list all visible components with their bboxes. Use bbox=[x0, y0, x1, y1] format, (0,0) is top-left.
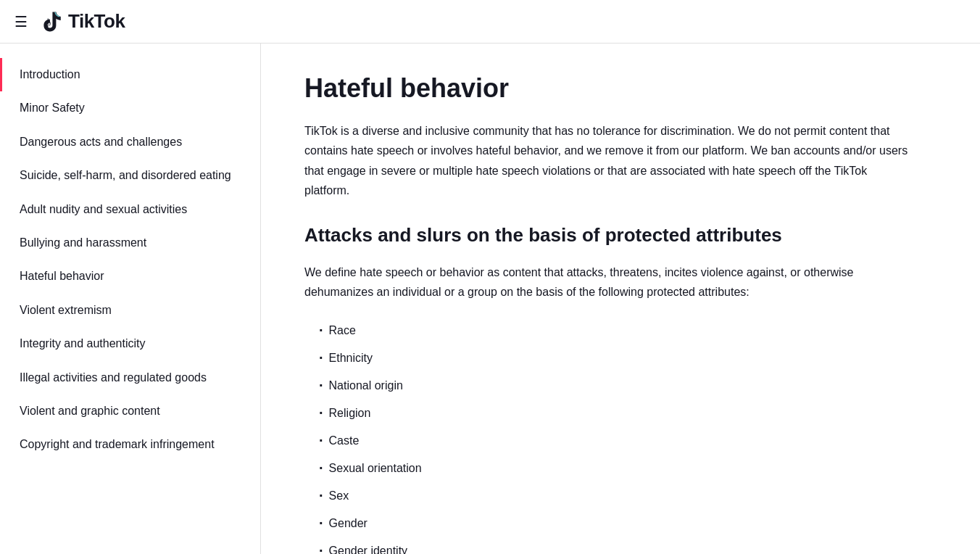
sidebar-item-dangerous-acts[interactable]: Dangerous acts and challenges bbox=[0, 125, 260, 159]
section1-title: Attacks and slurs on the basis of protec… bbox=[304, 223, 913, 248]
sidebar-item-bullying[interactable]: Bullying and harassment bbox=[0, 226, 260, 260]
protected-attributes-list: Race Ethnicity National origin Religion … bbox=[304, 316, 913, 554]
list-item: Caste bbox=[319, 426, 913, 454]
sidebar-item-violent-extremism[interactable]: Violent extremism bbox=[0, 294, 260, 327]
list-item: National origin bbox=[319, 371, 913, 399]
sidebar-nav: Introduction Minor Safety Dangerous acts… bbox=[0, 44, 261, 554]
sidebar-item-illegal-activities[interactable]: Illegal activities and regulated goods bbox=[0, 361, 260, 394]
page-layout: Introduction Minor Safety Dangerous acts… bbox=[0, 44, 980, 554]
list-item: Gender identity bbox=[319, 537, 913, 554]
sidebar-item-hateful-behavior[interactable]: Hateful behavior bbox=[0, 260, 260, 293]
section1-text: We define hate speech or behavior as con… bbox=[304, 262, 913, 302]
list-item: Race bbox=[319, 316, 913, 344]
sidebar-item-violent-graphic[interactable]: Violent and graphic content bbox=[0, 394, 260, 428]
list-item: Religion bbox=[319, 399, 913, 426]
tiktok-logo-icon: ♪ bbox=[39, 9, 64, 34]
list-item: Ethnicity bbox=[319, 344, 913, 371]
logo-text: TikTok bbox=[68, 10, 125, 33]
logo-link[interactable]: ♪ TikTok bbox=[39, 9, 125, 34]
list-item: Sexual orientation bbox=[319, 454, 913, 481]
header: ☰ ♪ TikTok bbox=[0, 0, 980, 44]
sidebar-item-copyright[interactable]: Copyright and trademark infringement bbox=[0, 428, 260, 461]
list-item: Sex bbox=[319, 481, 913, 509]
svg-text:♪: ♪ bbox=[43, 12, 52, 31]
list-item: Gender bbox=[319, 509, 913, 537]
sidebar-item-suicide-self-harm[interactable]: Suicide, self-harm, and disordered eatin… bbox=[0, 159, 260, 192]
hamburger-icon[interactable]: ☰ bbox=[14, 13, 28, 30]
sidebar-item-adult-nudity[interactable]: Adult nudity and sexual activities bbox=[0, 193, 260, 226]
sidebar-item-integrity-authenticity[interactable]: Integrity and authenticity bbox=[0, 327, 260, 360]
main-content: Hateful behavior TikTok is a diverse and… bbox=[261, 44, 957, 554]
sidebar-item-introduction[interactable]: Introduction bbox=[0, 58, 260, 91]
intro-paragraph: TikTok is a diverse and inclusive commun… bbox=[304, 121, 913, 200]
sidebar-item-minor-safety[interactable]: Minor Safety bbox=[0, 91, 260, 125]
page-title: Hateful behavior bbox=[304, 73, 913, 104]
